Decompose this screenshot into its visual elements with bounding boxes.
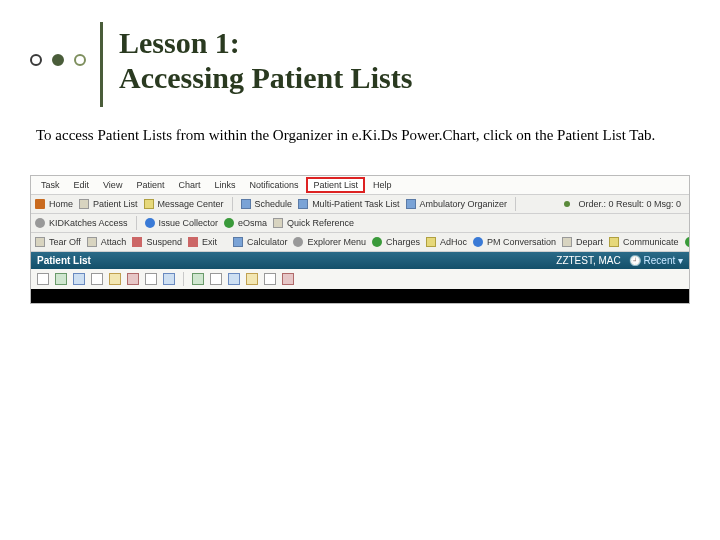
slide: Lesson 1: Accessing Patient Lists To acc… — [0, 0, 720, 540]
status-icon — [564, 201, 570, 207]
depart-icon — [562, 237, 572, 247]
tool-icon[interactable] — [264, 273, 276, 285]
content-area-collapsed — [31, 289, 689, 303]
schedule-button[interactable]: Schedule — [241, 199, 293, 209]
home-button[interactable]: Home — [35, 199, 73, 209]
ambulatory-organizer-button[interactable]: Ambulatory Organizer — [406, 199, 508, 209]
toolbar-row-1: Home Patient List Message Center Schedul… — [31, 195, 689, 214]
tool-icon[interactable] — [192, 273, 204, 285]
tool-icon[interactable] — [37, 273, 49, 285]
quick-reference-button[interactable]: Quick Reference — [273, 218, 354, 228]
calculator-label: Calculator — [247, 237, 288, 247]
adhoc-label: AdHoc — [440, 237, 467, 247]
communicate-label: Communicate — [623, 237, 679, 247]
tool-icon[interactable] — [127, 273, 139, 285]
tool-icon[interactable] — [145, 273, 157, 285]
list-icon — [79, 199, 89, 209]
menu-task[interactable]: Task — [35, 177, 66, 193]
menu-patient-list[interactable]: Patient List — [306, 177, 365, 193]
patient-list-label: Patient List — [93, 199, 138, 209]
menu-view[interactable]: View — [97, 177, 128, 193]
suspend-label: Suspend — [146, 237, 182, 247]
tool-icon[interactable] — [246, 273, 258, 285]
page-title: Lesson 1: Accessing Patient Lists — [119, 26, 412, 95]
exit-button[interactable]: Exit — [188, 237, 217, 247]
menu-patient[interactable]: Patient — [130, 177, 170, 193]
body-paragraph: To access Patient Lists from within the … — [30, 125, 690, 145]
bullet-icon — [74, 54, 86, 66]
eosma-button[interactable]: eOsma — [224, 218, 267, 228]
explorer-icon — [293, 237, 303, 247]
explorer-menu-button[interactable]: Explorer Menu — [293, 237, 366, 247]
issue-label: Issue Collector — [159, 218, 219, 228]
panel-title: Patient List — [37, 255, 91, 266]
pmconv-icon — [473, 237, 483, 247]
home-label: Home — [49, 199, 73, 209]
attach-icon — [87, 237, 97, 247]
eosma-label: eOsma — [238, 218, 267, 228]
calendar-icon — [241, 199, 251, 209]
toolbar-row-2: KIDKatches Access Issue Collector eOsma … — [31, 214, 689, 233]
calculator-button[interactable]: Calculator — [233, 237, 288, 247]
depart-button[interactable]: Depart — [562, 237, 603, 247]
tool-icon[interactable] — [228, 273, 240, 285]
tool-icon[interactable] — [109, 273, 121, 285]
tool-icon[interactable] — [55, 273, 67, 285]
multi-patient-task-button[interactable]: Multi-Patient Task List — [298, 199, 399, 209]
bullet-icon — [30, 54, 42, 66]
tearoff-icon — [35, 237, 45, 247]
title-block: Lesson 1: Accessing Patient Lists — [100, 22, 412, 107]
tool-icon[interactable] — [210, 273, 222, 285]
patient-list-button[interactable]: Patient List — [79, 199, 138, 209]
menu-links[interactable]: Links — [208, 177, 241, 193]
exit-label: Exit — [202, 237, 217, 247]
charges-button[interactable]: Charges — [372, 237, 420, 247]
pm-conversation-button[interactable]: PM Conversation — [473, 237, 556, 247]
menu-notifications[interactable]: Notifications — [243, 177, 304, 193]
attach-button[interactable]: Attach — [87, 237, 127, 247]
charges-label: Charges — [386, 237, 420, 247]
explorer-label: Explorer Menu — [307, 237, 366, 247]
suspend-button[interactable]: Suspend — [132, 237, 182, 247]
mail-icon — [144, 199, 154, 209]
tearoff-button[interactable]: Tear Off — [35, 237, 81, 247]
tool-icon[interactable] — [163, 273, 175, 285]
status-text: Order.: 0 Result: 0 Msg: 0 — [578, 199, 681, 209]
toolbar-row-3: Tear Off Attach Suspend Exit Calculator … — [31, 233, 689, 252]
header: Lesson 1: Accessing Patient Lists — [30, 22, 690, 107]
eosma-icon — [224, 218, 234, 228]
title-line-1: Lesson 1: — [119, 26, 240, 59]
status-area: Order.: 0 Result: 0 Msg: 0 — [564, 199, 685, 209]
home-icon — [35, 199, 45, 209]
toolbar-separator — [183, 272, 184, 286]
toolbar-separator — [136, 216, 137, 230]
recent-dropdown[interactable]: 🕘 Recent ▾ — [629, 255, 683, 266]
exit-icon — [188, 237, 198, 247]
bullet-icon — [52, 54, 64, 66]
tool-icon[interactable] — [282, 273, 294, 285]
pause-icon — [132, 237, 142, 247]
message-center-button[interactable]: Message Center — [144, 199, 224, 209]
issue-collector-button[interactable]: Issue Collector — [145, 218, 219, 228]
tool-icon[interactable] — [73, 273, 85, 285]
kidkatches-button[interactable]: KIDKatches Access — [35, 218, 128, 228]
tool-icon[interactable] — [91, 273, 103, 285]
message-center-label: Message Center — [158, 199, 224, 209]
patient-pharmacy-button[interactable]: Patient Pharmacy — [685, 237, 689, 247]
panel-titlebar: Patient List ZZTEST, MAC 🕘 Recent ▾ — [31, 252, 689, 269]
kidkatches-label: KIDKatches Access — [49, 218, 128, 228]
communicate-button[interactable]: Communicate — [609, 237, 679, 247]
title-line-2: Accessing Patient Lists — [119, 61, 412, 94]
menu-edit[interactable]: Edit — [68, 177, 96, 193]
menubar: Task Edit View Patient Chart Links Notif… — [31, 176, 689, 195]
issue-icon — [145, 218, 155, 228]
menu-chart[interactable]: Chart — [172, 177, 206, 193]
amb-org-label: Ambulatory Organizer — [420, 199, 508, 209]
book-icon — [273, 218, 283, 228]
panel-toolbar — [31, 269, 689, 289]
menu-help[interactable]: Help — [367, 177, 398, 193]
adhoc-button[interactable]: AdHoc — [426, 237, 467, 247]
decorative-bullets — [30, 22, 86, 66]
multi-task-label: Multi-Patient Task List — [312, 199, 399, 209]
task-icon — [298, 199, 308, 209]
